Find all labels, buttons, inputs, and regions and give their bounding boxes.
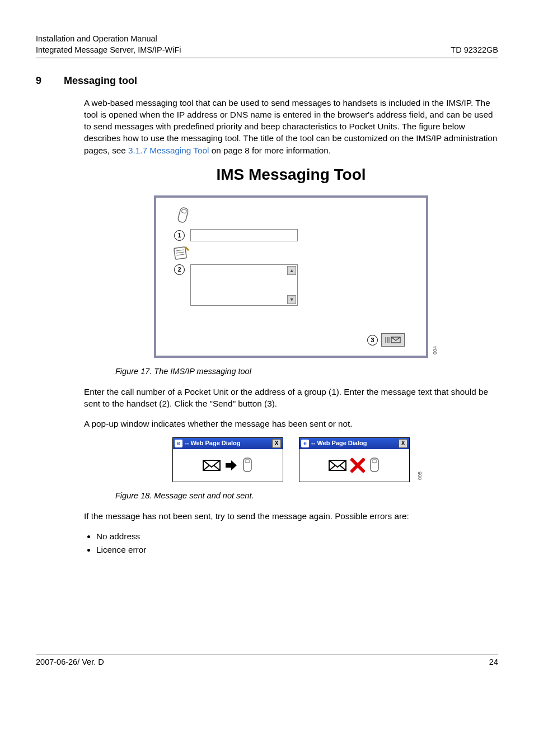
header-rule	[36, 58, 498, 58]
message-textarea[interactable]: ▲ ▼	[190, 264, 298, 306]
dialog-sent: e -- Web Page Dialog X	[172, 437, 283, 482]
section-number: 9	[36, 75, 64, 87]
scroll-up-icon[interactable]: ▲	[287, 266, 296, 275]
svg-line-13	[214, 465, 220, 470]
figure17: 1 2 ▲	[154, 195, 428, 358]
envelope-icon	[328, 459, 347, 472]
notepad-icon	[173, 245, 415, 264]
section-title: Messaging tool	[64, 75, 137, 87]
paragraph-popup: A pop-up window indicates whether the me…	[84, 418, 498, 430]
svg-marker-14	[226, 460, 237, 470]
send-icon	[385, 335, 401, 344]
svg-rect-1	[181, 209, 186, 214]
figure17-image-id: 004	[432, 346, 438, 354]
ie-icon: e	[175, 440, 182, 447]
section-heading: 9 Messaging tool	[36, 75, 498, 87]
svg-line-19	[340, 465, 346, 470]
dialog-not-sent: e -- Web Page Dialog X	[299, 437, 410, 482]
figure18: e -- Web Page Dialog X	[168, 437, 414, 482]
svg-rect-23	[372, 460, 377, 463]
dialog-title-text: -- Web Page Dialog	[311, 439, 367, 447]
paragraph-instructions: Enter the call number of a Pocket Unit o…	[84, 386, 498, 409]
phone-icon	[368, 457, 381, 474]
close-icon[interactable]: X	[272, 439, 281, 448]
svg-rect-22	[371, 458, 378, 472]
callout-3: 3	[367, 335, 378, 346]
callout-1: 1	[174, 230, 185, 241]
svg-rect-16	[245, 460, 250, 463]
footer-page-number: 24	[489, 657, 498, 666]
figure17-title: IMS Messaging Tool	[84, 164, 498, 186]
callout-2: 2	[174, 264, 185, 275]
header-doc-id: TD 92322GB	[451, 45, 498, 56]
header-line2-left: Integrated Message Server, IMS/IP-WiFi	[36, 45, 181, 56]
footer-date-version: 2007-06-26/ Ver. D	[36, 657, 104, 666]
phone-icon	[241, 457, 254, 474]
figure18-caption: Figure 18. Message sent and not sent.	[115, 490, 498, 501]
figure17-caption: Figure 17. The IMS/IP messaging tool	[115, 366, 498, 377]
svg-line-3	[176, 250, 184, 251]
list-item: Licence error	[96, 543, 498, 557]
dialog-titlebar: e -- Web Page Dialog X	[173, 438, 283, 449]
list-item: No address	[96, 530, 498, 543]
svg-line-18	[329, 465, 335, 470]
dialog-titlebar: e -- Web Page Dialog X	[299, 438, 409, 449]
svg-line-4	[176, 252, 184, 253]
send-button[interactable]	[381, 333, 405, 347]
arrow-right-icon	[224, 459, 238, 472]
svg-line-5	[176, 254, 184, 255]
svg-rect-15	[243, 458, 251, 472]
paragraph-errors: If the message has not been sent, try to…	[84, 510, 498, 522]
page-footer: 2007-06-26/ Ver. D 24	[36, 655, 498, 666]
dialog-title-text: -- Web Page Dialog	[185, 439, 240, 447]
ie-icon: e	[301, 440, 309, 447]
page-header: Installation and Operation Manual Integr…	[36, 34, 498, 55]
envelope-icon	[202, 459, 221, 472]
address-input[interactable]	[190, 229, 298, 241]
phone-icon	[175, 207, 415, 228]
messaging-tool-frame: 1 2 ▲	[154, 195, 428, 358]
svg-rect-2	[174, 247, 187, 260]
intro-paragraph: A web-based messaging tool that can be u…	[84, 97, 498, 156]
close-icon[interactable]: X	[399, 439, 407, 448]
footer-rule	[36, 655, 498, 655]
scroll-down-icon[interactable]: ▼	[287, 295, 296, 304]
x-red-icon	[350, 458, 365, 473]
figure18-image-id: 005	[416, 472, 423, 480]
header-line1: Installation and Operation Manual	[36, 34, 498, 45]
link-messaging-tool[interactable]: 3.1.7 Messaging Tool	[128, 146, 209, 155]
error-list: No address Licence error	[84, 530, 498, 557]
svg-line-12	[203, 465, 209, 470]
